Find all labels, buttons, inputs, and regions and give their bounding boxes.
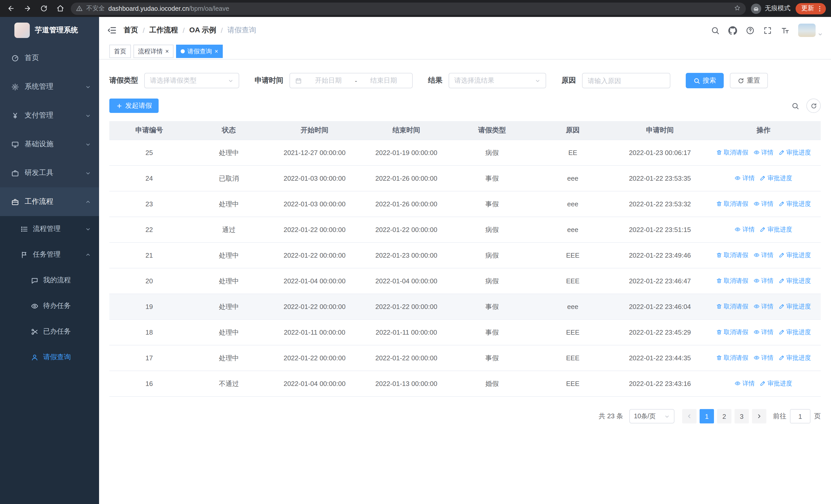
cancel-leave-link[interactable]: 取消请假 <box>716 200 748 208</box>
plus-icon <box>116 102 123 109</box>
sidebar-item-my-process[interactable]: 我的流程 <box>0 267 99 293</box>
sidebar-item-done-tasks[interactable]: 已办任务 <box>0 319 99 345</box>
bookmark-star-button[interactable] <box>734 4 741 13</box>
page-button-2[interactable]: 2 <box>717 409 732 423</box>
eye-icon <box>735 227 741 233</box>
forward-button[interactable] <box>22 3 33 14</box>
app-logo-row[interactable]: 芋道管理系统 <box>0 17 99 43</box>
sidebar-item-leave-query[interactable]: 请假查询 <box>0 345 99 370</box>
cancel-leave-link[interactable]: 取消请假 <box>716 302 748 311</box>
cell-start-time: 2022-01-22 00:00:00 <box>269 294 361 320</box>
header-search-button[interactable] <box>711 26 720 35</box>
cell-end-time: 2022-01-11 00:00:00 <box>360 320 452 345</box>
reload-button[interactable] <box>38 3 49 14</box>
cell-leave-type: 事假 <box>452 345 532 371</box>
page-size-select[interactable]: 10条/页 <box>629 409 675 423</box>
result-select[interactable]: 请选择流结果 <box>449 73 546 88</box>
reason-input[interactable] <box>582 73 670 88</box>
tag-process-detail[interactable]: 流程详情 <box>134 45 173 58</box>
back-button[interactable] <box>5 3 17 14</box>
detail-link[interactable]: 详情 <box>753 302 774 311</box>
table-search-button[interactable] <box>792 102 799 110</box>
detail-link[interactable]: 详情 <box>735 225 755 234</box>
cancel-leave-link[interactable]: 取消请假 <box>716 277 748 285</box>
sidebar-item-workflow[interactable]: 工作流程 <box>0 187 99 216</box>
detail-link[interactable]: 详情 <box>753 251 774 260</box>
cell-status: 处理中 <box>189 345 268 371</box>
sidebar-item-payment-mgmt[interactable]: 支付管理 <box>0 101 99 130</box>
url-bar[interactable]: 不安全 dashboard.yudao.iocoder.cn/bpm/oa/le… <box>71 2 746 14</box>
fullscreen-button[interactable] <box>763 26 772 35</box>
cancel-leave-link[interactable]: 取消请假 <box>716 328 748 337</box>
trash-icon <box>716 150 722 156</box>
detail-link[interactable]: 详情 <box>753 200 774 208</box>
page-button-3[interactable]: 3 <box>735 409 749 423</box>
cancel-leave-link[interactable]: 取消请假 <box>716 354 748 362</box>
approval-progress-link[interactable]: 审批进度 <box>779 302 811 311</box>
breadcrumb: 首页 工作流程 OA 示例 请假查询 <box>124 26 256 35</box>
home-button[interactable] <box>54 3 66 14</box>
leave-type-select[interactable]: 请选择请假类型 <box>144 73 239 88</box>
sidebar-item-todo-tasks[interactable]: 待办任务 <box>0 293 99 319</box>
sidebar-item-home[interactable]: 首页 <box>0 43 99 72</box>
calendar-icon <box>295 77 302 84</box>
search-button[interactable]: 搜索 <box>686 73 724 88</box>
update-button[interactable]: 更新 <box>796 3 826 14</box>
breadcrumb-item-home[interactable]: 首页 <box>124 26 138 35</box>
table-refresh-button[interactable] <box>806 98 821 113</box>
approval-progress-link[interactable]: 审批进度 <box>760 225 792 234</box>
incognito-icon <box>751 3 761 13</box>
sidebar-item-label: 我的流程 <box>43 276 71 285</box>
create-leave-button[interactable]: 发起请假 <box>109 98 159 113</box>
help-button[interactable] <box>746 26 754 35</box>
approval-progress-link[interactable]: 审批进度 <box>779 148 811 157</box>
sidebar-item-system-mgmt[interactable]: 系统管理 <box>0 72 99 101</box>
font-size-button[interactable] <box>781 26 790 35</box>
result-label: 结果 <box>428 76 442 85</box>
sidebar-toggle-button[interactable] <box>107 26 116 35</box>
approval-progress-link[interactable]: 审批进度 <box>779 251 811 260</box>
apply-time-range-picker[interactable]: 开始日期 - 结束日期 <box>289 73 413 88</box>
approval-progress-link[interactable]: 审批进度 <box>760 379 792 388</box>
cell-actions: 取消请假详情审批进度 <box>706 320 821 345</box>
sidebar-item-task-mgmt[interactable]: 任务管理 <box>0 242 99 267</box>
eye-icon <box>753 201 760 207</box>
cell-leave-type: 病假 <box>452 217 532 242</box>
reset-button[interactable]: 重置 <box>730 73 768 88</box>
detail-link[interactable]: 详情 <box>753 148 774 157</box>
page-button-1[interactable]: 1 <box>699 409 714 423</box>
fullscreen-icon <box>763 26 772 35</box>
approval-progress-link[interactable]: 审批进度 <box>779 328 811 337</box>
sidebar-item-dev-tools[interactable]: 研发工具 <box>0 158 99 187</box>
approval-progress-link[interactable]: 审批进度 <box>779 277 811 285</box>
breadcrumb-item-oa-example[interactable]: OA 示例 <box>190 26 216 35</box>
goto-page-input[interactable] <box>790 409 810 423</box>
detail-link[interactable]: 详情 <box>753 354 774 362</box>
cell-apply-time: 2022-01-22 23:49:46 <box>613 242 706 268</box>
sidebar-item-process-mgmt[interactable]: 流程管理 <box>0 216 99 242</box>
cell-apply-id: 24 <box>109 166 189 191</box>
cancel-leave-link[interactable]: 取消请假 <box>716 148 748 157</box>
refresh-icon <box>810 102 817 109</box>
chevron-left-icon <box>686 413 692 419</box>
close-icon[interactable] <box>214 48 218 54</box>
cancel-leave-link[interactable]: 取消请假 <box>716 251 748 260</box>
detail-link[interactable]: 详情 <box>735 174 755 183</box>
detail-link[interactable]: 详情 <box>753 328 774 337</box>
approval-progress-link[interactable]: 审批进度 <box>760 174 792 183</box>
tag-label: 请假查询 <box>188 47 212 56</box>
tag-leave-query[interactable]: 请假查询 <box>176 45 223 58</box>
detail-link[interactable]: 详情 <box>753 277 774 285</box>
detail-link[interactable]: 详情 <box>735 379 755 388</box>
breadcrumb-item-workflow[interactable]: 工作流程 <box>149 26 178 35</box>
cell-actions: 详情审批进度 <box>706 166 821 191</box>
approval-progress-link[interactable]: 审批进度 <box>779 354 811 362</box>
next-page-button[interactable] <box>752 409 766 423</box>
github-button[interactable] <box>728 26 737 35</box>
close-icon[interactable] <box>165 48 169 54</box>
user-menu[interactable] <box>798 24 823 37</box>
tag-home[interactable]: 首页 <box>109 45 131 58</box>
prev-page-button[interactable] <box>682 409 696 423</box>
approval-progress-link[interactable]: 审批进度 <box>779 200 811 208</box>
sidebar-item-infrastructure[interactable]: 基础设施 <box>0 130 99 158</box>
